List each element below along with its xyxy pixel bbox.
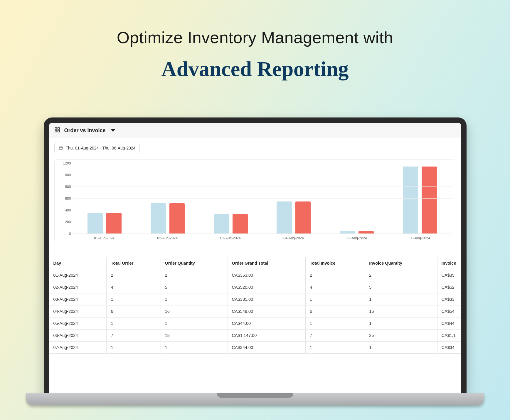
svg-rect-0 [55,128,57,130]
date-range-label: Thu, 01-Aug-2024 - Thu, 08-Aug-2024 [66,146,136,150]
date-range-picker[interactable]: Thu, 01-Aug-2024 - Thu, 08-Aug-2024 [54,143,140,153]
table-cell: 2 [365,269,437,281]
chart-y-axis: 020040060080010001200 [59,163,73,234]
chart-bar[interactable] [169,203,185,234]
table-cell: 2 [107,269,161,281]
table-row[interactable]: 04-Aug-2024616CA$549.00616CA$54 [49,305,461,317]
table-cell: 1 [365,317,437,330]
chart-x-label: 02-Aug-2024 [136,236,199,240]
table-cell: 1 [161,317,228,330]
table-cell: 1 [305,342,365,354]
svg-rect-1 [58,128,59,130]
chart-plot-area [73,163,452,234]
data-table: DayTotal OrderOrder QuantityOrder Grand … [49,257,461,354]
bar-chart: 020040060080010001200 [59,163,452,234]
table-cell: CA$33 [437,293,461,305]
table-cell: 2 [305,269,365,281]
table-cell: 6 [107,305,161,317]
table-row[interactable]: 01-Aug-202422CA$353.0022CA$35 [49,269,461,281]
table-row[interactable]: 02-Aug-202445CA$520.0045CA$52 [49,281,461,293]
table-cell: 6 [305,305,365,317]
app-screen: Order vs Invoice Thu, 01-Aug-2024 - Thu,… [49,123,461,393]
bar-group [325,163,388,234]
hero-subtitle: Advanced Reporting [0,57,510,81]
chart-bar[interactable] [151,203,166,234]
table-cell: 07-Aug-2024 [49,342,107,354]
table-cell: 06-Aug-2024 [49,330,107,342]
table-cell: 4 [107,281,161,293]
table-cell: 5 [365,281,437,293]
chart-bar[interactable] [87,213,103,234]
table-cell: 03-Aug-2024 [49,293,107,305]
table-cell: CA$34 [437,342,461,354]
table-cell: 18 [161,330,228,342]
calendar-icon [59,146,63,150]
svg-rect-4 [59,147,62,149]
table-cell: 1 [107,342,161,354]
table-cell: CA$44 [437,317,461,330]
app-header: Order vs Invoice [49,123,461,138]
table-cell: 16 [161,305,228,317]
chart-y-tick: 0 [59,232,71,236]
table-row[interactable]: 06-Aug-2024718CA$1,147.00725CA$1,1 [49,330,461,342]
hero-section: Optimize Inventory Management with Advan… [0,0,510,81]
chart-x-label: 06-Aug-2024 [388,236,452,240]
laptop-base [26,393,484,405]
table-cell: CA$520.00 [228,281,305,293]
table-row[interactable]: 07-Aug-202411CA$344.0011CA$34 [49,342,461,354]
table-header-cell[interactable]: Day [49,257,107,269]
chart-bar[interactable] [233,214,248,234]
chart-section: 020040060080010001200 01-Aug-202402-Aug-… [49,153,461,245]
table-cell: 04-Aug-2024 [49,305,107,317]
table-cell: CA$54 [437,305,461,317]
bar-group [136,163,199,234]
chart-x-axis-labels: 01-Aug-202402-Aug-202403-Aug-202404-Aug-… [73,236,452,240]
table-header-cell[interactable]: Order Quantity [161,257,228,269]
table-cell: 1 [161,293,228,305]
table-cell: CA$1,147.00 [228,330,305,342]
table-header-cell[interactable]: Total Invoice [305,257,365,269]
table-cell: 1 [107,317,161,330]
table-cell: 1 [161,342,228,354]
table-cell: 4 [305,281,365,293]
chart-bar[interactable] [295,201,311,234]
table-cell: 1 [107,293,161,305]
table-cell: 1 [365,342,437,354]
chart-y-tick: 1000 [59,173,71,177]
table-row[interactable]: 03-Aug-202411CA$335.0011CA$33 [49,293,461,305]
chevron-down-icon [111,129,115,132]
table-cell: 01-Aug-2024 [49,269,107,281]
laptop-mockup: Order vs Invoice Thu, 01-Aug-2024 - Thu,… [44,117,467,405]
table-header-cell[interactable]: Total Order [107,257,161,269]
table-row[interactable]: 05-Aug-202411CA$44.0011CA$44 [49,317,461,330]
table-cell: 02-Aug-2024 [49,281,107,293]
chart-bar[interactable] [106,213,122,234]
chart-x-label: 05-Aug-2024 [325,236,388,240]
chart-bar[interactable] [214,214,229,234]
chart-bar[interactable] [422,167,437,234]
chart-y-tick: 200 [59,220,71,224]
chart-bar[interactable] [277,201,292,234]
table-cell: 05-Aug-2024 [49,317,107,330]
chart-x-label: 04-Aug-2024 [262,236,325,240]
table-header-cell[interactable]: Invoice Quantity [365,257,437,269]
table-cell: CA$1,1 [437,330,461,342]
table-cell: 5 [161,281,228,293]
bar-group [262,163,325,234]
report-selector[interactable]: Order vs Invoice [64,127,115,134]
table-cell: CA$344.00 [228,342,305,354]
dashboard-grid-icon[interactable] [54,127,60,134]
table-cell: 1 [365,293,437,305]
table-cell: CA$549.00 [228,305,305,317]
chart-y-tick: 1200 [59,161,71,165]
table-header-cell[interactable]: Invoice [437,257,461,269]
table-cell: CA$44.00 [228,317,305,330]
table-cell: CA$52 [437,281,461,293]
report-name: Order vs Invoice [64,127,106,134]
table-cell: 16 [365,305,437,317]
chart-y-tick: 600 [59,196,71,201]
table-cell: 7 [107,330,161,342]
svg-rect-3 [58,130,59,132]
table-header-cell[interactable]: Order Grand Total [228,257,305,269]
chart-bar[interactable] [403,167,418,234]
